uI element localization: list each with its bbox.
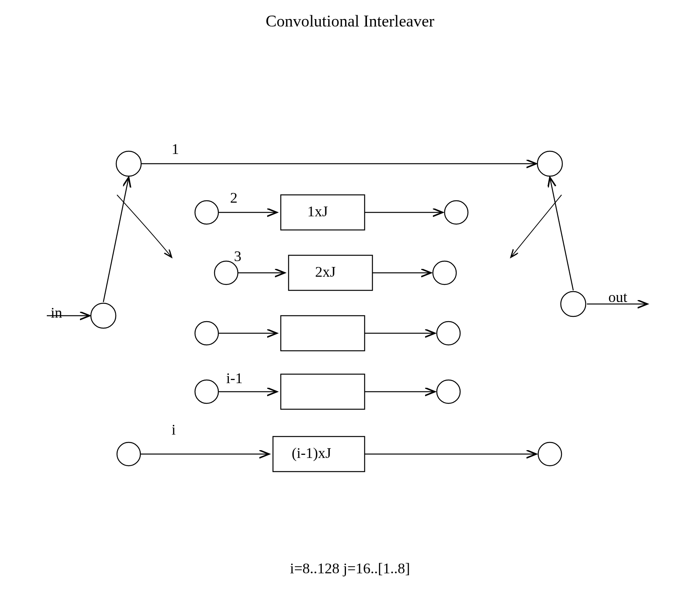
branch-i-label: i [172, 421, 176, 438]
branch-im1-right-node [437, 380, 460, 403]
delay-box-blank1 [281, 316, 365, 351]
input-commutator-center [91, 303, 116, 328]
branch-i-right-node [538, 442, 562, 466]
branch-3-label: 3 [234, 247, 241, 265]
svg-line-2 [550, 177, 573, 290]
output-commutator-center [561, 292, 586, 316]
branch-im1-left-node [195, 380, 218, 403]
branch2-left-node [195, 201, 218, 224]
branch-2-label: 2 [230, 189, 237, 206]
box-im1xJ-label: (i-1)xJ [292, 444, 331, 461]
branch-im1-label: i-1 [226, 369, 243, 387]
branch3-left-node [214, 261, 238, 285]
diagram-svg [39, 125, 663, 553]
box-2xJ-label: 2xJ [315, 263, 336, 280]
delay-box-blank2 [281, 374, 365, 409]
diagram-title: Convolutional Interleaver [266, 12, 434, 30]
branch-1-label: 1 [172, 140, 179, 157]
out-label: out [608, 288, 627, 306]
svg-line-1 [103, 177, 129, 302]
input-commutator-top [116, 151, 141, 176]
branch2-right-node [445, 201, 468, 224]
box-1xJ-label: 1xJ [307, 203, 328, 220]
branch4-left-node [195, 322, 218, 345]
branch3-right-node [433, 261, 456, 285]
in-label: in [51, 304, 62, 321]
branch-i-left-node [117, 442, 140, 466]
branch4-right-node [437, 322, 460, 345]
footer-params: i=8..128 j=16..[1..8] [290, 560, 410, 577]
interleaver-diagram: in out 1 2 3 i-1 i 1xJ 2xJ (i-1)xJ [39, 125, 663, 553]
output-commutator-top [537, 151, 562, 176]
